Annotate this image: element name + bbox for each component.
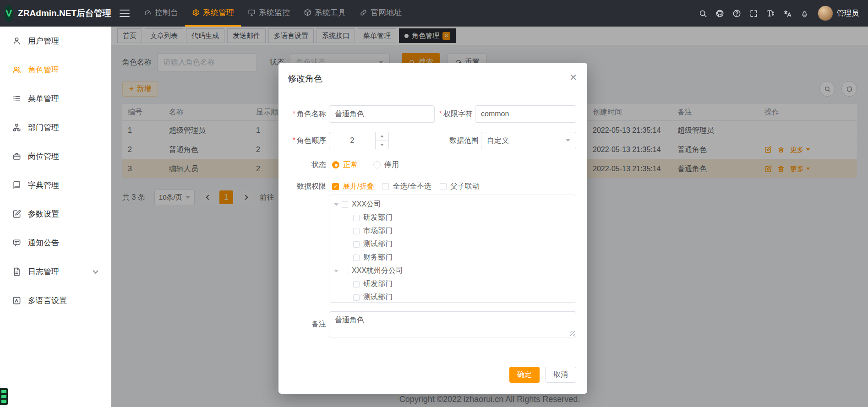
role-order-value: 2 bbox=[350, 136, 355, 145]
devtools-badge-icon[interactable] bbox=[0, 388, 8, 405]
font-size-button[interactable] bbox=[766, 9, 775, 18]
sidebar-item-label: 通知公告 bbox=[28, 238, 59, 248]
gear-icon bbox=[192, 9, 200, 16]
remark-field-label: 备注 bbox=[288, 320, 326, 329]
checkbox-unchecked-icon[interactable] bbox=[353, 255, 360, 261]
caret-down-icon[interactable] bbox=[334, 203, 338, 206]
header-search-button[interactable] bbox=[699, 9, 707, 18]
username[interactable]: 管理员 bbox=[837, 9, 859, 18]
sidebar-item-dictionary[interactable]: 字典管理 bbox=[0, 171, 111, 200]
sidebar-item-roles[interactable]: 角色管理 bbox=[0, 55, 111, 84]
decrease-button[interactable] bbox=[376, 141, 388, 149]
radio-disabled[interactable]: 停用 bbox=[373, 160, 399, 170]
document-icon bbox=[12, 267, 21, 276]
role-name-field[interactable]: 普通角色 bbox=[329, 105, 435, 123]
data-scope-field-label: 数据范围 bbox=[389, 136, 479, 146]
tree-node[interactable]: 市场部门 bbox=[329, 224, 576, 238]
tree-node[interactable]: 测试部门 bbox=[329, 238, 576, 251]
tree-node[interactable]: 测试部门 bbox=[329, 291, 576, 303]
help-button[interactable] bbox=[732, 9, 741, 18]
chevron-down-icon bbox=[566, 139, 570, 142]
sidebar-item-i18n[interactable]: 多语言设置 bbox=[0, 286, 111, 315]
checkbox-unchecked-icon[interactable] bbox=[353, 241, 360, 248]
sidebar-item-label: 部门管理 bbox=[28, 122, 59, 133]
tree-node-label: XXX杭州分公司 bbox=[352, 266, 403, 276]
data-scope-select[interactable]: 自定义 bbox=[481, 132, 576, 149]
nav-item-system-manage[interactable]: 系统管理 bbox=[185, 0, 241, 27]
tree-node[interactable]: XXX杭州分公司 bbox=[329, 264, 576, 277]
tree-node[interactable]: XXX公司 bbox=[329, 198, 576, 211]
sidebar-item-label: 菜单管理 bbox=[28, 93, 59, 104]
dialog-footer: 确定 取消 bbox=[509, 367, 576, 383]
checkbox-expand-collapse[interactable]: 展开/折叠 bbox=[332, 182, 374, 191]
hamburger-icon[interactable] bbox=[120, 10, 130, 17]
sidebar-item-departments[interactable]: 部门管理 bbox=[0, 113, 111, 142]
sidebar-item-label: 岗位管理 bbox=[28, 151, 59, 162]
tools-icon bbox=[304, 9, 311, 16]
close-icon[interactable] bbox=[569, 72, 577, 83]
radio-normal[interactable]: 正常 bbox=[332, 160, 358, 170]
checkbox-unchecked-icon[interactable] bbox=[353, 215, 360, 221]
dashboard-icon bbox=[144, 9, 152, 16]
checkbox-unchecked-icon[interactable] bbox=[353, 294, 360, 301]
sidebar-item-label: 日志管理 bbox=[28, 266, 59, 277]
avatar[interactable] bbox=[818, 5, 833, 21]
nav-item-official-site[interactable]: 官网地址 bbox=[353, 0, 409, 27]
caret-down-icon[interactable] bbox=[334, 270, 338, 272]
app-logo-area[interactable]: V ZRAdmin.NET后台管理 bbox=[0, 5, 111, 22]
remark-value: 普通角色 bbox=[335, 316, 364, 324]
nav-item-label: 系统管理 bbox=[203, 7, 234, 18]
role-icon bbox=[12, 65, 21, 74]
link-icon bbox=[360, 9, 367, 16]
search-icon bbox=[699, 9, 707, 18]
required-star: * bbox=[439, 110, 442, 118]
sidebar-item-users[interactable]: 用户管理 bbox=[0, 27, 111, 55]
nav-item-system-monitor[interactable]: 系统监控 bbox=[241, 0, 297, 27]
sidebar-item-label: 参数设置 bbox=[28, 209, 59, 219]
cancel-button[interactable]: 取消 bbox=[545, 367, 576, 383]
nav-item-system-tools[interactable]: 系统工具 bbox=[297, 0, 353, 27]
sidebar-item-posts[interactable]: 岗位管理 bbox=[0, 142, 111, 171]
required-star: * bbox=[293, 136, 295, 144]
radio-label: 停用 bbox=[384, 160, 399, 170]
sidebar-item-parameters[interactable]: 参数设置 bbox=[0, 200, 111, 228]
tree-node[interactable]: 研发部门 bbox=[329, 277, 576, 291]
checkbox-parent-child-link[interactable]: 父子联动 bbox=[440, 182, 480, 191]
radio-selected-icon bbox=[332, 161, 339, 168]
sidebar-item-label: 多语言设置 bbox=[28, 295, 67, 306]
briefcase-icon bbox=[12, 152, 21, 161]
checkbox-select-all[interactable]: 全选/全不选 bbox=[382, 182, 431, 191]
department-tree: XXX公司 研发部门 市场部门 测试部门 财务部门 XXX杭州分公司 bbox=[329, 195, 576, 303]
tree-node-label: 研发部门 bbox=[363, 213, 393, 222]
checkbox-unchecked-icon[interactable] bbox=[342, 201, 348, 208]
increase-button[interactable] bbox=[376, 132, 388, 141]
perm-char-value: common bbox=[481, 110, 509, 118]
font-size-icon bbox=[766, 9, 775, 18]
checkbox-checked-icon bbox=[332, 183, 339, 190]
checkbox-unchecked-icon[interactable] bbox=[353, 228, 360, 234]
nav-item-console[interactable]: 控制台 bbox=[137, 0, 185, 27]
confirm-button[interactable]: 确定 bbox=[509, 367, 540, 383]
tree-node-label: 测试部门 bbox=[363, 293, 393, 302]
tree-node-label: 市场部门 bbox=[363, 226, 393, 236]
edit-role-dialog: 修改角色 *角色名称 普通角色 *权限字符 common *角色顺序 2 数据范… bbox=[278, 63, 587, 394]
sidebar-item-label: 字典管理 bbox=[28, 180, 59, 190]
sidebar-item-notices[interactable]: 通知公告 bbox=[0, 228, 111, 257]
fullscreen-button[interactable] bbox=[749, 9, 758, 18]
tree-node[interactable]: 财务部门 bbox=[329, 251, 576, 264]
sidebar-item-logs[interactable]: 日志管理 bbox=[0, 257, 111, 286]
checkbox-unchecked-icon[interactable] bbox=[342, 268, 348, 274]
github-button[interactable] bbox=[715, 9, 724, 18]
message-icon bbox=[12, 239, 21, 247]
notifications-button[interactable] bbox=[800, 9, 809, 18]
language-icon bbox=[783, 9, 792, 18]
perm-char-field[interactable]: common bbox=[475, 105, 576, 123]
checkbox-unchecked-icon bbox=[440, 183, 447, 190]
role-order-stepper[interactable]: 2 bbox=[329, 132, 389, 149]
checkbox-unchecked-icon[interactable] bbox=[353, 281, 360, 288]
language-button[interactable] bbox=[783, 9, 792, 18]
tree-node[interactable]: 研发部门 bbox=[329, 211, 576, 224]
book-icon bbox=[12, 181, 21, 190]
sidebar-item-menus[interactable]: 菜单管理 bbox=[0, 84, 111, 113]
remark-textarea[interactable]: 普通角色 bbox=[329, 311, 576, 337]
